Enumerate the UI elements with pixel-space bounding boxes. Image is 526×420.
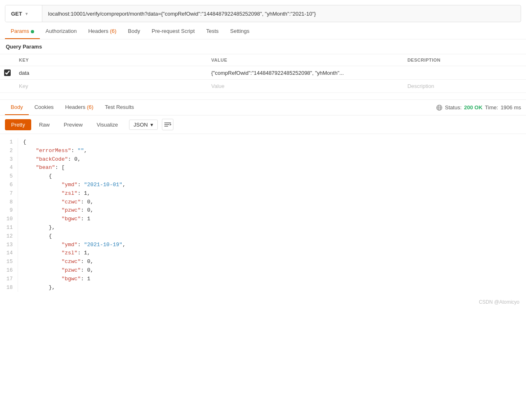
line-numbers: 123456789101112131415161718 [0,138,18,292]
tab-test-results[interactable]: Test Results [99,100,140,115]
wrap-icon [164,122,171,127]
params-table: KEY VALUE DESCRIPTION data {"compRefOwid… [0,54,526,93]
table-row-empty: Key Value Description [0,80,526,93]
tab-headers[interactable]: Headers (6) [83,24,122,39]
json-view: 123456789101112131415161718 { "errorMess… [0,134,526,296]
row-value[interactable]: {"compRefOwid":"1448487922485252098", "y… [207,66,403,80]
request-tabs: Params Authorization Headers (6) Body Pr… [0,24,526,39]
tab-body[interactable]: Body [122,24,146,39]
format-dropdown-label: JSON [134,122,148,128]
response-tabs: Body Cookies Headers (6) Test Results St… [0,100,526,115]
tab-response-body[interactable]: Body [5,100,29,115]
code-content[interactable]: { "errorMess": "", "backCode": 0, "bean"… [18,138,526,292]
url-input[interactable] [42,11,521,17]
row-description[interactable] [403,66,526,80]
format-btn-preview[interactable]: Preview [58,119,89,130]
wrap-button[interactable] [162,119,173,130]
method-chevron: ▾ [25,12,28,16]
status-value: 200 OK [464,104,482,111]
row-checkbox-wrap[interactable] [4,69,11,76]
format-btn-raw[interactable]: Raw [33,119,56,130]
tab-tests[interactable]: Tests [201,24,224,39]
value-placeholder: Value [211,83,224,89]
format-btn-pretty[interactable]: Pretty [5,119,31,130]
tab-response-headers[interactable]: Headers (6) [60,100,99,115]
time-label: Time: [485,104,498,111]
method-selector[interactable]: GET ▾ [5,5,42,22]
globe-icon [436,104,443,111]
col-header-description: DESCRIPTION [403,54,526,66]
tab-pre-request[interactable]: Pre-request Script [146,24,201,39]
params-dot [31,30,34,33]
format-dropdown-chevron: ▾ [150,122,153,128]
col-header-value: VALUE [207,54,403,66]
method-label: GET [11,11,22,17]
key-placeholder: Key [19,83,28,89]
query-params-title: Query Params [0,39,526,54]
table-row: data {"compRefOwid":"1448487922485252098… [0,66,526,80]
format-btn-visualize[interactable]: Visualize [90,119,124,130]
row-checkbox[interactable] [4,69,11,76]
description-placeholder: Description [407,83,434,89]
watermark: CSDN @Atomicyo [0,296,526,308]
url-bar: GET ▾ [5,5,521,22]
tab-settings[interactable]: Settings [224,24,255,39]
tab-cookies[interactable]: Cookies [29,100,60,115]
status-label: Status: [445,104,461,111]
format-bar: Pretty Raw Preview Visualize JSON ▾ [0,115,526,134]
col-header-key: KEY [15,54,207,66]
response-section: Body Cookies Headers (6) Test Results St… [0,99,526,296]
format-dropdown[interactable]: JSON ▾ [129,120,158,130]
col-header-check [0,54,15,66]
response-meta: Status: 200 OK Time: 1906 ms [436,104,521,111]
tab-params[interactable]: Params [5,24,40,39]
row-key[interactable]: data [15,66,207,80]
tab-authorization[interactable]: Authorization [40,24,83,39]
time-value: 1906 ms [501,104,521,111]
